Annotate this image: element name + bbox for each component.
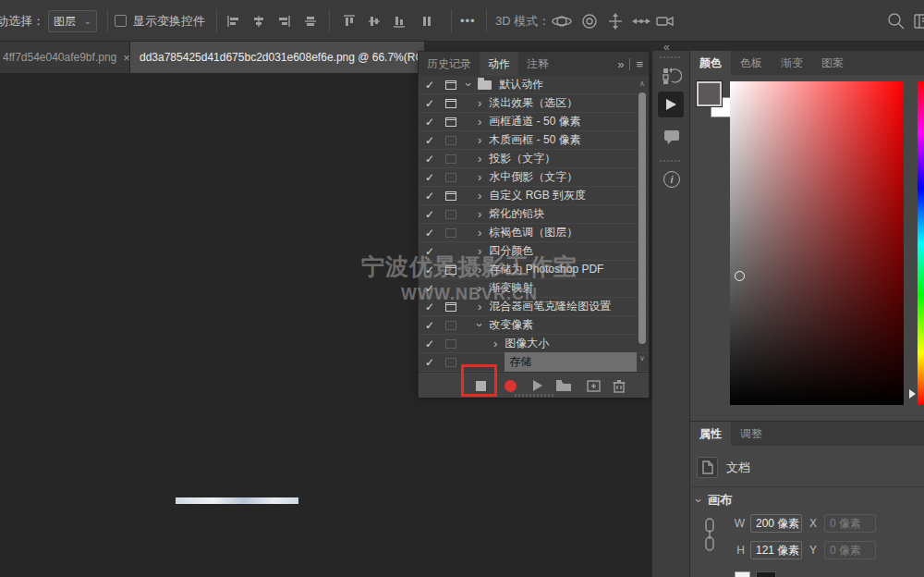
- expand-chevron-icon[interactable]: ›: [478, 301, 481, 313]
- collapse-dock-icon[interactable]: «: [663, 41, 669, 54]
- 3d-slide-icon[interactable]: [630, 0, 652, 42]
- expand-chevron-icon[interactable]: ›: [478, 227, 481, 239]
- close-icon[interactable]: ×: [123, 51, 130, 65]
- toggle-item-on-icon[interactable]: ✓: [419, 301, 441, 313]
- toggle-item-on-icon[interactable]: ✓: [419, 116, 441, 129]
- link-dimensions-icon[interactable]: [704, 517, 715, 557]
- action-row[interactable]: ✓ › 改变像素: [419, 316, 649, 335]
- foreground-color-swatch[interactable]: [697, 81, 722, 106]
- action-row[interactable]: ✓ › 混合器画笔克隆绘图设置: [419, 298, 649, 316]
- canvas-color-swatch-dark[interactable]: [756, 571, 776, 577]
- notes-panel-icon[interactable]: [652, 123, 691, 151]
- toggle-dialog-icon[interactable]: [441, 173, 461, 182]
- action-row[interactable]: ✓ › 木质画框 - 50 像素: [419, 131, 649, 150]
- action-row[interactable]: ✓ › 熔化的铅块: [419, 205, 649, 224]
- expand-chevron-icon[interactable]: ›: [478, 171, 481, 183]
- action-label[interactable]: 棕褐色调（图层）: [489, 225, 578, 240]
- delete-button[interactable]: [608, 373, 630, 399]
- action-row[interactable]: ✓ › 图像大小: [419, 335, 649, 353]
- hue-slider[interactable]: [918, 81, 924, 405]
- action-label[interactable]: 熔化的铅块: [489, 206, 544, 222]
- open-document-image[interactable]: [176, 497, 298, 504]
- dock-grip[interactable]: [660, 56, 682, 58]
- expand-chevron-icon[interactable]: ›: [478, 116, 481, 128]
- toggle-item-on-icon[interactable]: ✓: [419, 227, 441, 239]
- expand-chevron-icon[interactable]: ›: [478, 245, 481, 257]
- action-label[interactable]: 渐变映射: [489, 280, 533, 296]
- action-label[interactable]: 淡出效果（选区）: [489, 95, 578, 111]
- action-label[interactable]: 四分颜色: [489, 243, 533, 259]
- toggle-dialog-icon[interactable]: [441, 117, 461, 127]
- canvas-color-swatch-light[interactable]: [735, 571, 750, 577]
- tab-adjustments[interactable]: 调整: [731, 422, 772, 446]
- tab-patterns[interactable]: 图案: [812, 51, 853, 75]
- align-horizontal-centers-button[interactable]: [249, 0, 268, 42]
- hue-slider-arrow[interactable]: [909, 389, 916, 399]
- align-bottom-edges-button[interactable]: [390, 0, 408, 42]
- toggle-item-on-icon[interactable]: ✓: [419, 356, 441, 369]
- action-row[interactable]: ✓ › 投影（文字）: [419, 150, 649, 168]
- new-set-button[interactable]: [553, 373, 575, 399]
- expand-chevron-icon[interactable]: ›: [478, 264, 481, 276]
- toggle-item-on-icon[interactable]: ✓: [419, 97, 441, 110]
- action-label[interactable]: 图像大小: [505, 336, 549, 351]
- toggle-item-on-icon[interactable]: ✓: [419, 171, 441, 184]
- tab-swatches[interactable]: 色板: [731, 51, 772, 75]
- canvas-section-header[interactable]: › 画布: [697, 492, 732, 509]
- new-action-button[interactable]: [582, 373, 604, 399]
- distribute-horizontal-button[interactable]: [301, 0, 320, 42]
- align-vertical-centers-button[interactable]: [365, 0, 383, 42]
- action-row[interactable]: ✓ › 自定义 RGB 到灰度: [419, 187, 649, 205]
- toggle-dialog-icon[interactable]: [441, 99, 461, 108]
- toggle-item-on-icon[interactable]: ✓: [419, 245, 441, 258]
- toggle-item-on-icon[interactable]: ✓: [419, 282, 441, 295]
- scroll-down-icon[interactable]: ∨: [637, 354, 648, 362]
- action-row[interactable]: ✓ › 默认动作: [419, 76, 649, 94]
- toggle-item-on-icon[interactable]: ✓: [419, 79, 441, 92]
- action-label[interactable]: 木质画框 - 50 像素: [489, 132, 580, 148]
- action-row[interactable]: ✓ › 水中倒影（文字）: [419, 168, 649, 187]
- action-row[interactable]: ✓ › 渐变映射: [419, 279, 649, 298]
- expand-chevron-icon[interactable]: ›: [478, 97, 481, 109]
- action-label[interactable]: 混合器画笔克隆绘图设置: [489, 299, 611, 314]
- expand-chevron-icon[interactable]: ›: [493, 338, 497, 350]
- show-transform-checkbox[interactable]: [115, 15, 127, 27]
- toggle-item-on-icon[interactable]: ✓: [419, 153, 441, 166]
- action-label[interactable]: 画框通道 - 50 像素: [489, 114, 580, 129]
- 3d-roll-icon[interactable]: [578, 0, 601, 42]
- distribute-vertical-button[interactable]: [418, 0, 436, 42]
- expand-chevron-icon[interactable]: ›: [478, 153, 481, 165]
- action-label[interactable]: 投影（文字）: [489, 151, 555, 166]
- width-input[interactable]: 200 像素: [750, 514, 802, 533]
- toggle-dialog-icon[interactable]: [441, 321, 461, 330]
- toggle-dialog-icon[interactable]: [441, 228, 461, 238]
- toggle-dialog-icon[interactable]: [441, 191, 461, 201]
- align-top-edges-button[interactable]: [340, 0, 359, 42]
- document-tab-inactive[interactable]: 4ff7d54e040afe9bf.png ×: [0, 42, 130, 73]
- action-row[interactable]: ✓ › 四分颜色: [419, 242, 649, 261]
- expand-chevron-icon[interactable]: ›: [463, 82, 475, 86]
- action-row[interactable]: ✓ › 棕褐色调（图层）: [419, 224, 649, 242]
- 3d-camera-icon[interactable]: [654, 0, 676, 42]
- toggle-item-on-icon[interactable]: ✓: [419, 264, 441, 276]
- toggle-dialog-icon[interactable]: [441, 265, 461, 275]
- action-row[interactable]: ✓ › 画框通道 - 50 像素: [419, 113, 649, 131]
- action-label[interactable]: 存储: [505, 352, 637, 372]
- expand-chevron-icon[interactable]: ›: [478, 190, 481, 202]
- expand-chevron-icon[interactable]: ›: [478, 208, 481, 220]
- action-label[interactable]: 存储为 Photoshop PDF: [489, 262, 603, 277]
- expand-chevron-icon[interactable]: ›: [474, 323, 486, 326]
- 3d-orbit-icon[interactable]: [551, 0, 573, 42]
- toggle-item-on-icon[interactable]: ✓: [419, 190, 441, 203]
- toggle-item-on-icon[interactable]: ✓: [419, 208, 441, 221]
- x-input[interactable]: 0 像素: [824, 514, 876, 533]
- action-label[interactable]: 改变像素: [489, 317, 533, 333]
- tab-gradients[interactable]: 渐变: [772, 51, 812, 75]
- document-tab-active[interactable]: dd3a785425d41d675bc2d031e608ef6e.png @ 6…: [130, 42, 424, 73]
- scrollbar-thumb[interactable]: [638, 92, 646, 344]
- actions-panel-icon[interactable]: [658, 92, 684, 117]
- tab-notes[interactable]: 注释: [518, 52, 557, 76]
- info-panel-icon[interactable]: i: [652, 166, 691, 193]
- action-row[interactable]: ✓ › 存储为 Photoshop PDF: [419, 261, 649, 279]
- align-right-edges-button[interactable]: [274, 0, 293, 42]
